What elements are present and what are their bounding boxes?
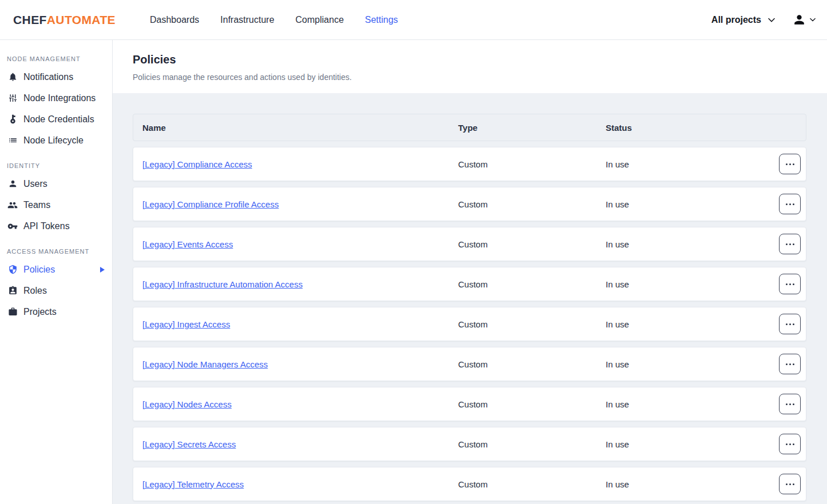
policy-type: Custom — [458, 479, 606, 489]
sidebar-item-label: Teams — [23, 200, 50, 210]
page-layout: NODE MANAGEMENT Notifications Node Integ… — [0, 40, 827, 504]
sidebar-section-node-management: NODE MANAGEMENT — [0, 44, 112, 66]
policy-type: Custom — [458, 199, 606, 209]
sliders-icon — [7, 93, 18, 104]
page-title: Policies — [133, 53, 806, 66]
sidebar-item-node-integrations[interactable]: Node Integrations — [0, 87, 112, 109]
policy-link[interactable]: [Legacy] Compliance Profile Access — [142, 199, 279, 209]
table-header-row: Name Type Status — [133, 114, 806, 141]
user-menu[interactable] — [792, 13, 816, 27]
logo-automate: AUTOMATE — [47, 13, 116, 26]
policy-link[interactable]: [Legacy] Infrastructure Automation Acces… — [142, 279, 303, 289]
person-icon — [792, 13, 806, 27]
policy-status: In use — [606, 359, 774, 369]
more-actions-button[interactable] — [779, 354, 801, 374]
sidebar-item-label: Notifications — [23, 72, 73, 82]
sidebar-item-teams[interactable]: Teams — [0, 194, 112, 215]
chevron-down-icon — [810, 18, 816, 22]
nav-compliance[interactable]: Compliance — [296, 15, 344, 25]
table-row: [Legacy] Secrets Access Custom In use — [133, 427, 806, 461]
policy-status: In use — [606, 479, 774, 489]
policy-link[interactable]: [Legacy] Telemetry Access — [142, 479, 244, 489]
policy-link[interactable]: [Legacy] Ingest Access — [142, 319, 230, 329]
policy-type: Custom — [458, 159, 606, 169]
person-icon — [7, 178, 18, 190]
policy-status: In use — [606, 199, 774, 209]
policy-status: In use — [606, 239, 774, 249]
more-actions-button[interactable] — [779, 194, 801, 214]
policy-status: In use — [606, 399, 774, 409]
more-actions-button[interactable] — [779, 234, 801, 254]
logo-chef: CHEF — [13, 13, 47, 26]
more-actions-button[interactable] — [779, 274, 801, 294]
sidebar-item-label: Roles — [23, 286, 47, 296]
sidebar-item-label: Projects — [23, 307, 57, 317]
projects-filter-label: All projects — [711, 15, 761, 25]
main-content: Policies Policies manage the resources a… — [113, 40, 827, 504]
more-actions-button[interactable] — [779, 474, 801, 494]
policy-link[interactable]: [Legacy] Nodes Access — [142, 399, 232, 409]
policy-link[interactable]: [Legacy] Compliance Access — [142, 159, 252, 169]
sidebar-section-access-management: ACCESS MANAGEMENT — [0, 237, 112, 259]
table-row: [Legacy] Infrastructure Automation Acces… — [133, 267, 806, 301]
badge-icon — [7, 285, 18, 297]
sidebar-item-label: API Tokens — [23, 221, 70, 231]
list-icon — [7, 135, 18, 146]
sidebar-item-node-lifecycle[interactable]: Node Lifecycle — [0, 130, 112, 151]
more-actions-button[interactable] — [779, 394, 801, 414]
sidebar-item-label: Node Credentials — [23, 114, 94, 125]
policy-type: Custom — [458, 439, 606, 449]
more-actions-button[interactable] — [779, 434, 801, 454]
table-row: [Legacy] Events Access Custom In use — [133, 227, 806, 261]
sidebar-item-users[interactable]: Users — [0, 173, 112, 194]
table-row: [Legacy] Node Managers Access Custom In … — [133, 347, 806, 381]
sidebar-item-notifications[interactable]: Notifications — [0, 66, 112, 87]
bell-icon — [7, 71, 18, 83]
more-actions-button[interactable] — [779, 314, 801, 334]
policy-type: Custom — [458, 319, 606, 329]
nav-dashboards[interactable]: Dashboards — [150, 15, 199, 25]
sidebar-item-label: Users — [23, 179, 47, 189]
sidebar-item-api-tokens[interactable]: API Tokens — [0, 215, 112, 237]
policy-link[interactable]: [Legacy] Events Access — [142, 239, 233, 249]
policy-type: Custom — [458, 279, 606, 289]
sidebar-section-identity: IDENTITY — [0, 151, 112, 173]
policy-status: In use — [606, 159, 774, 169]
more-actions-button[interactable] — [779, 154, 801, 174]
sidebar-item-roles[interactable]: Roles — [0, 280, 112, 301]
key-vertical-icon — [7, 114, 18, 125]
page-subtitle: Policies manage the resources and action… — [133, 73, 806, 82]
sidebar-item-label: Node Lifecycle — [23, 135, 84, 146]
people-icon — [7, 199, 18, 211]
table-row: [Legacy] Ingest Access Custom In use — [133, 307, 806, 341]
column-header-status: Status — [606, 123, 774, 133]
column-header-type: Type — [458, 123, 606, 133]
shield-icon — [7, 264, 18, 275]
key-icon — [7, 221, 18, 232]
sidebar-item-projects[interactable]: Projects — [0, 301, 112, 322]
briefcase-icon — [7, 306, 18, 318]
projects-filter-dropdown[interactable]: All projects — [711, 15, 775, 25]
top-bar: CHEFAUTOMATE Dashboards Infrastructure C… — [0, 0, 827, 40]
column-header-name: Name — [133, 123, 458, 133]
table-row: [Legacy] Compliance Access Custom In use — [133, 147, 806, 181]
policies-content: Name Type Status [Legacy] Compliance Acc… — [113, 93, 827, 504]
policy-type: Custom — [458, 359, 606, 369]
policy-status: In use — [606, 279, 774, 289]
active-item-arrow-icon — [100, 267, 105, 273]
sidebar-item-node-credentials[interactable]: Node Credentials — [0, 109, 112, 130]
top-bar-right: All projects — [711, 13, 827, 27]
main-nav: Dashboards Infrastructure Compliance Set… — [150, 15, 398, 25]
table-row: [Legacy] Nodes Access Custom In use — [133, 387, 806, 421]
policy-type: Custom — [458, 239, 606, 249]
chevron-down-icon — [768, 18, 775, 22]
policy-link[interactable]: [Legacy] Secrets Access — [142, 439, 236, 449]
nav-settings[interactable]: Settings — [365, 15, 398, 25]
nav-infrastructure[interactable]: Infrastructure — [220, 15, 274, 25]
sidebar-item-label: Node Integrations — [23, 93, 96, 103]
policy-link[interactable]: [Legacy] Node Managers Access — [142, 359, 268, 369]
page-header: Policies Policies manage the resources a… — [113, 40, 827, 93]
policy-status: In use — [606, 439, 774, 449]
sidebar-item-policies[interactable]: Policies — [0, 259, 112, 280]
chef-automate-logo[interactable]: CHEFAUTOMATE — [0, 13, 116, 27]
